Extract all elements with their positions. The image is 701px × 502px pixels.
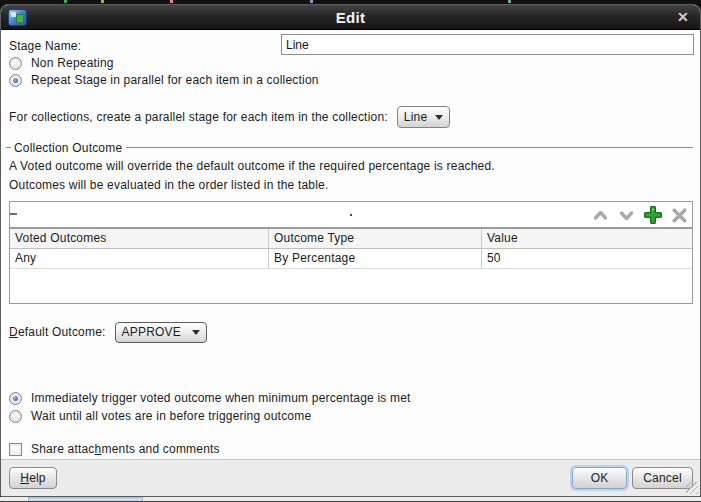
- cell-voted-outcomes: Any: [10, 249, 269, 268]
- background-pixel: [310, 0, 313, 3]
- close-icon[interactable]: ✕: [677, 9, 689, 26]
- default-outcome-dropdown[interactable]: APPROVE: [115, 322, 207, 343]
- voted-outcomes-table: Voted Outcomes Outcome Type Value Any By…: [9, 228, 693, 304]
- background-pixel: [64, 0, 67, 3]
- radio-circle-selected[interactable]: [9, 392, 22, 405]
- col-header-outcome-type[interactable]: Outcome Type: [269, 229, 482, 248]
- col-header-value[interactable]: Value: [482, 229, 692, 248]
- screen: Edit ✕ Stage Name: Non Repeating Repeat …: [0, 0, 701, 502]
- toolbar-dash-mark: [10, 213, 17, 215]
- dialog-titlebar[interactable]: Edit ✕: [1, 5, 700, 30]
- dialog-title: Edit: [1, 9, 700, 26]
- cell-outcome-type: By Percentage: [269, 249, 482, 268]
- share-attachments-checkbox-row[interactable]: Share attachments and comments: [9, 441, 220, 457]
- background-pixel: [170, 0, 173, 3]
- delete-outcome-icon[interactable]: [671, 207, 688, 224]
- table-header-row: Voted Outcomes Outcome Type Value: [10, 229, 692, 249]
- move-down-icon[interactable]: [618, 207, 635, 224]
- radio-non-repeating-label: Non Repeating: [31, 56, 114, 70]
- radio-immediate-trigger[interactable]: Immediately trigger voted outcome when m…: [9, 390, 411, 406]
- ok-button[interactable]: OK: [572, 467, 627, 489]
- collection-outcome-group-header: Collection Outcome: [6, 140, 693, 155]
- cancel-button[interactable]: Cancel: [632, 467, 693, 489]
- edit-stage-dialog: Edit ✕ Stage Name: Non Repeating Repeat …: [0, 4, 701, 497]
- move-up-icon[interactable]: [592, 207, 609, 224]
- collection-item-dropdown-value: Line: [404, 110, 428, 124]
- radio-wait-all-votes[interactable]: Wait until all votes are in before trigg…: [9, 408, 311, 424]
- radio-circle-selected[interactable]: [9, 74, 22, 87]
- radio-non-repeating[interactable]: Non Repeating: [9, 55, 114, 71]
- default-outcome-dropdown-value: APPROVE: [122, 325, 181, 339]
- collection-outcome-title: Collection Outcome: [14, 141, 122, 155]
- group-border-segment: [6, 147, 11, 148]
- stage-name-label: Stage Name:: [9, 39, 81, 53]
- stage-name-input[interactable]: [281, 34, 694, 55]
- share-attachments-label: Share attachments and comments: [31, 442, 220, 456]
- help-button[interactable]: Help: [9, 467, 57, 489]
- col-header-voted-outcomes[interactable]: Voted Outcomes: [10, 229, 269, 248]
- radio-repeat-parallel[interactable]: Repeat Stage in parallel for each item i…: [9, 72, 319, 88]
- background-pixel: [101, 0, 104, 3]
- collections-label: For collections, create a parallel stage…: [9, 110, 388, 124]
- evaluation-order-description: Outcomes will be evaluated in the order …: [9, 178, 329, 192]
- share-attachments-checkbox[interactable]: [9, 443, 22, 456]
- background-pixel: [508, 0, 511, 3]
- dialog-button-bar: Help OK Cancel: [1, 459, 700, 496]
- voted-outcome-description: A Voted outcome will override the defaul…: [9, 159, 495, 173]
- radio-repeat-parallel-label: Repeat Stage in parallel for each item i…: [31, 73, 319, 87]
- radio-wait-all-votes-label: Wait until all votes are in before trigg…: [31, 409, 311, 423]
- radio-circle[interactable]: [9, 410, 22, 423]
- table-row[interactable]: Any By Percentage 50: [10, 249, 692, 269]
- chevron-down-icon: [435, 115, 443, 120]
- background-window-bottom-strip: [0, 497, 701, 502]
- outcomes-table-toolbar: [9, 201, 693, 228]
- resize-grip[interactable]: [686, 482, 698, 494]
- radio-immediate-trigger-label: Immediately trigger voted outcome when m…: [31, 391, 411, 405]
- default-outcome-label: Default Outcome:: [9, 325, 106, 339]
- chevron-down-icon: [192, 330, 200, 335]
- radio-circle[interactable]: [9, 57, 22, 70]
- toolbar-dot-mark: [350, 214, 352, 216]
- add-outcome-icon[interactable]: [644, 206, 662, 224]
- collection-item-dropdown[interactable]: Line: [397, 106, 451, 128]
- group-border-line: [126, 147, 693, 148]
- cell-value: 50: [482, 249, 692, 268]
